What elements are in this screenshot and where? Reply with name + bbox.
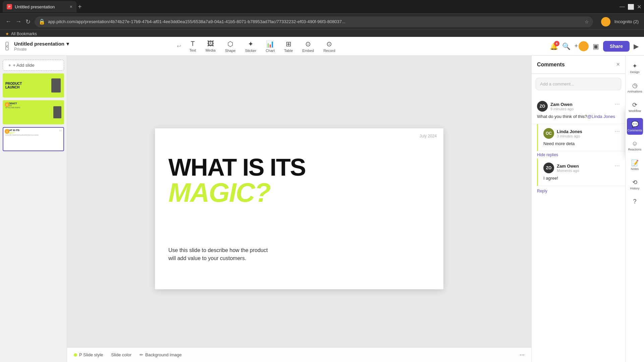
right-panel-history[interactable]: ⟲ History — [627, 176, 643, 193]
notes-icon: 📝 — [631, 159, 639, 167]
slide3-badge: 1 — [5, 129, 9, 134]
undo-button[interactable]: ↩ — [177, 43, 181, 49]
right-panel-design[interactable]: ✦ Design — [627, 60, 643, 76]
title-dropdown-icon[interactable]: ▾ — [66, 41, 69, 47]
slide-thumbnail-3[interactable]: WHAT IS ITS MAGIC? Use this slide to des… — [3, 127, 64, 151]
right-panel-comments[interactable]: 💬 Comments — [627, 118, 643, 135]
bookmark-folder-icon: ★ — [5, 32, 9, 36]
tab-bar: P Untitled presentation × + — ⬜ ✕ — [0, 0, 644, 13]
background-image-button[interactable]: ✏ Background image — [140, 352, 181, 357]
address-icons: ☆ — [585, 19, 589, 24]
address-text: app.pitch.com/app/presentation/4b74b27e-… — [48, 19, 582, 24]
comment-item-2: OC Linda Jones 3 minutes ago Need more d… — [537, 124, 625, 151]
comment-author-1: Zam Owen — [550, 102, 574, 107]
comment-author-info-1: Zam Owen 9 minutes ago — [550, 102, 574, 111]
add-slide-button[interactable]: + + Add slide — [3, 60, 64, 71]
active-tab[interactable]: P Untitled presentation × — [3, 1, 76, 12]
slide-canvas[interactable]: July 2024 WHAT IS ITS MAGIC? Use this sl… — [155, 128, 443, 289]
slide3-options-button[interactable]: ⋯ — [58, 128, 63, 133]
back-button[interactable]: ← — [5, 18, 11, 25]
right-panel-workflow[interactable]: ⟳ Workflow — [627, 99, 643, 115]
right-panel-help[interactable]: ? — [627, 195, 643, 208]
more-options-button[interactable]: ··· — [520, 351, 525, 358]
slide-color-label: Slide color — [111, 352, 131, 357]
comments-header: Comments × — [532, 56, 625, 74]
share-button[interactable]: Share — [603, 41, 630, 52]
comments-close-button[interactable]: × — [616, 61, 620, 68]
toolbar: ↩ T Text 🖼 Media ⬡ Shape ✦ Sticker 📊 Cha… — [177, 38, 339, 55]
search-button[interactable]: 🔍 — [562, 42, 571, 50]
incognito-label: Incognito (2) — [614, 19, 639, 24]
slide-thumbnail-1[interactable]: PRODUCTLAUNCH — [3, 73, 64, 98]
bookmarks-bar: ★ All Bookmarks — [0, 29, 644, 38]
slide-item-2[interactable]: 2 PRODUCT DESIGN STYLE AND INSPO 1 — [3, 100, 64, 124]
toolbar-table[interactable]: ⊞ Table — [280, 38, 297, 55]
comment-more-button-2[interactable]: ⋯ — [614, 128, 620, 134]
tab-close-button[interactable]: × — [70, 4, 72, 9]
comments-icon: 💬 — [631, 121, 639, 128]
toolbar-media[interactable]: 🖼 Media — [202, 38, 220, 54]
toolbar-text[interactable]: T Text — [185, 38, 200, 54]
reply-button[interactable]: Reply — [532, 186, 625, 196]
slide-style-button[interactable]: P Slide style — [74, 352, 103, 357]
slide-body-text: Use this slide to describe how the produ… — [168, 246, 268, 262]
comment-more-button-3[interactable]: ⋯ — [614, 163, 620, 169]
address-bar[interactable]: 🔒 app.pitch.com/app/presentation/4b74b27… — [35, 16, 593, 27]
table-tool-icon: ⊞ — [286, 40, 291, 48]
forward-button[interactable]: → — [15, 18, 21, 25]
comment-author-2: Linda Jones — [557, 129, 582, 134]
invite-user-button[interactable]: + — [575, 41, 589, 51]
reload-button[interactable]: ↻ — [25, 18, 31, 25]
maximize-button[interactable]: ⬜ — [628, 4, 634, 10]
toolbar-record[interactable]: ⊙ Record — [319, 38, 339, 55]
right-panel: ✦ Design ◷ Animations ⟳ Workflow 💬 Comme… — [625, 56, 644, 362]
slide3-magic: MAGIC? — [5, 132, 61, 134]
bookmarks-label: All Bookmarks — [11, 32, 37, 36]
embed-tool-icon: ⊙ — [305, 40, 311, 48]
minimize-button[interactable]: — — [620, 4, 625, 10]
slide1-title-text: PRODUCTLAUNCH — [5, 82, 22, 89]
toolbar-embed[interactable]: ⊙ Embed — [298, 38, 318, 55]
comment-avatar-2: OC — [543, 128, 554, 139]
right-panel-notes[interactable]: 📝 Notes — [627, 157, 643, 173]
comment-avatar-3: ZO — [543, 163, 554, 173]
slide-style-label: P Slide style — [79, 352, 103, 357]
record-tool-icon: ⊙ — [326, 40, 332, 48]
slide-thumbnail-2[interactable]: PRODUCT DESIGN STYLE AND INSPO 1 — [3, 100, 64, 124]
slide-item-1[interactable]: 1 PRODUCTLAUNCH — [3, 73, 64, 98]
slide-item-3[interactable]: 3 WHAT IS ITS MAGIC? Use this slide to d… — [3, 127, 64, 151]
present-mode-button[interactable]: ▣ — [593, 42, 599, 50]
text-tool-icon: T — [191, 40, 195, 48]
toolbar-chart[interactable]: 📊 Chart — [262, 38, 279, 55]
address-bar-row: ← → ↻ 🔒 app.pitch.com/app/presentation/4… — [0, 13, 644, 29]
right-panel-animations[interactable]: ◷ Animations — [627, 79, 643, 96]
close-window-button[interactable]: ✕ — [637, 4, 641, 10]
hide-replies-button[interactable]: Hide replies — [532, 151, 625, 159]
comment-item-3: ZO Zam Owen Moments ago I agree! ⋯ — [537, 159, 625, 186]
comment-more-button-1[interactable]: ⋯ — [614, 101, 620, 107]
right-panel-reactions[interactable]: ☺ Reactions — [627, 137, 643, 154]
toolbar-shape[interactable]: ⬡ Shape — [221, 38, 240, 55]
comment-meta-1: ZO Zam Owen 9 minutes ago — [537, 101, 620, 112]
comment-item-1: ZO Zam Owen 9 minutes ago What do you th… — [532, 97, 625, 124]
app: ‹ Untitled presentation ▾ Private ↩ T Te… — [0, 37, 644, 362]
bookmark-star-icon[interactable]: ☆ — [585, 19, 589, 24]
slide-main-title-text: WHAT IS ITS — [168, 155, 306, 179]
comment-text-1: What do you think of this?@Linda Jones — [537, 114, 620, 120]
notification-badge: 4 — [554, 41, 559, 46]
animations-icon: ◷ — [632, 82, 638, 89]
back-to-presentations-button[interactable]: ‹ — [5, 42, 9, 50]
new-tab-button[interactable]: + — [78, 3, 82, 11]
help-icon: ? — [633, 198, 636, 205]
profile-badge[interactable] — [601, 17, 610, 26]
play-button[interactable]: ▶ — [634, 42, 639, 50]
notifications-button[interactable]: 🔔 4 — [550, 42, 558, 50]
comment-author-info-3: Zam Owen Moments ago — [557, 164, 579, 173]
user-avatar — [579, 41, 589, 51]
tab-title: Untitled presentation — [15, 4, 67, 9]
plus-icon: + — [575, 43, 578, 50]
comment-input[interactable]: Add a comment... — [536, 78, 621, 90]
comment-meta-2: OC Linda Jones 3 minutes ago — [543, 128, 620, 139]
toolbar-sticker[interactable]: ✦ Sticker — [241, 38, 260, 55]
slide-color-button[interactable]: Slide color — [111, 352, 131, 357]
